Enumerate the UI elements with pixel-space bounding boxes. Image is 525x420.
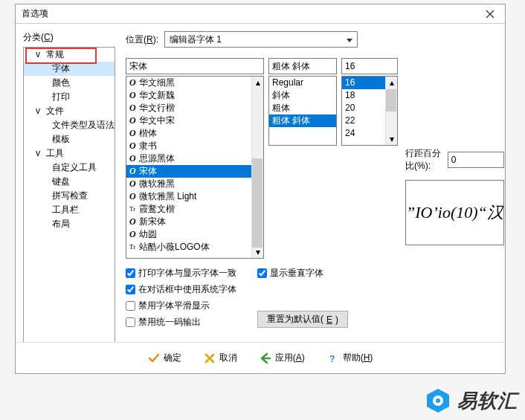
checkbox-no-smooth[interactable]: 禁用字体平滑显示 (126, 299, 236, 312)
check-icon (148, 352, 160, 364)
tree-item[interactable]: v常规 (24, 48, 115, 62)
opentype-icon: O (129, 165, 137, 178)
tree-item-label: 打印 (52, 90, 70, 104)
font-list-item[interactable]: O微软雅黑 (126, 178, 263, 190)
reset-defaults-button[interactable]: 重置为默认值(E) (257, 311, 348, 328)
font-list-item[interactable]: O华文细黑 (126, 77, 263, 89)
font-list-item[interactable]: O华文中宋 (126, 114, 263, 127)
font-picker-area: O华文细黑O华文新魏O华文行楷O华文中宋O楷体O隶书O思源黑体O宋体O微软雅黑O… (126, 58, 398, 259)
tree-item-label: 拼写检查 (52, 189, 88, 203)
tree-item-label: 布局 (52, 217, 70, 231)
main-panel: 位置(R): 编辑器字体 1 O华文细黑O华文新魏O华文行楷O华文中宋O楷体O隶… (115, 24, 515, 373)
preferences-window: 首选项 分类(C) v常规字体颜色打印v文件文件类型及语法模板v工具自定义工具键… (15, 4, 506, 374)
close-button[interactable] (481, 7, 499, 22)
checkbox-vertical-font[interactable]: 显示垂直字体 (257, 266, 348, 280)
truetype-icon: Tr (129, 241, 137, 253)
font-list-item[interactable]: O宋体 (126, 165, 263, 178)
font-name-input[interactable] (126, 58, 264, 74)
font-list-item[interactable]: Tr霞鹜文楷 (126, 203, 263, 216)
dialog-body: 分类(C) v常规字体颜色打印v文件文件类型及语法模板v工具自定义工具键盘拼写检… (16, 24, 505, 373)
font-list-item[interactable]: O微软雅黑 Light (126, 190, 263, 203)
expander-icon: v (36, 48, 45, 62)
tree-item[interactable]: 字体 (24, 62, 115, 76)
dialog-button-row: 确定 取消 应用(A) ? 帮助(H) (16, 342, 505, 373)
style-list-item[interactable]: 粗体 斜体 (269, 114, 336, 127)
font-style-list[interactable]: Regular斜体粗体粗体 斜体 (268, 76, 337, 146)
cancel-button[interactable]: 取消 (199, 349, 242, 367)
sidebar: 分类(C) v常规字体颜色打印v文件文件类型及语法模板v工具自定义工具键盘拼写检… (16, 24, 115, 373)
font-style-input[interactable] (268, 58, 337, 74)
style-list-item[interactable]: Regular (269, 77, 336, 89)
font-list-item[interactable]: O幼圆 (126, 228, 263, 241)
tree-item-label: 颜色 (52, 76, 70, 90)
style-list-item[interactable]: 斜体 (269, 89, 336, 102)
tree-item-label: 键盘 (52, 175, 70, 189)
expander-icon: v (36, 146, 45, 161)
position-combo[interactable]: 编辑器字体 1 (164, 31, 358, 48)
titlebar: 首选项 (16, 4, 505, 24)
tree-item[interactable]: v工具 (24, 146, 115, 161)
checkbox-no-unicode[interactable]: 禁用统一码输出 (126, 315, 236, 329)
tree-item-label: 工具 (46, 146, 64, 161)
help-button[interactable]: ? 帮助(H) (323, 349, 378, 367)
question-icon: ? (327, 352, 339, 364)
apply-button[interactable]: 应用(A) (255, 349, 309, 367)
style-list-item[interactable]: 粗体 (269, 102, 336, 114)
tree-item[interactable]: 拼写检查 (24, 189, 115, 203)
tree-item[interactable]: 文件类型及语法 (24, 118, 115, 132)
svg-point-3 (436, 398, 440, 403)
tree-item-label: 工具栏 (52, 203, 79, 217)
font-size-list[interactable]: 1618202224 ▴ ▾ (341, 76, 398, 146)
tree-item[interactable]: 颜色 (24, 76, 115, 90)
opentype-icon: O (129, 152, 137, 165)
font-list-item[interactable]: O隶书 (126, 140, 263, 152)
checkbox-same-font[interactable]: 打印字体与显示字体一致 (126, 266, 236, 280)
window-title: 首选项 (22, 7, 481, 20)
opentype-icon: O (129, 178, 137, 190)
font-list-item[interactable]: O华文行楷 (126, 102, 263, 114)
tree-item[interactable]: v文件 (24, 104, 115, 118)
tree-item-label: 文件 (46, 104, 64, 118)
close-icon (486, 10, 495, 19)
tree-item-label: 字体 (52, 62, 70, 76)
line-spacing-label: 行距百分比(%): (405, 147, 442, 172)
font-size-input[interactable] (341, 58, 398, 74)
font-list-item[interactable]: O华文新魏 (126, 89, 263, 102)
watermark: 易软汇 (425, 387, 518, 414)
arrow-left-icon (260, 352, 271, 364)
font-list-item[interactable]: O新宋体 (126, 216, 263, 228)
font-list-item[interactable]: Tr站酷小薇LOGO体 (126, 241, 263, 253)
tree-item[interactable]: 工具栏 (24, 203, 115, 217)
opentype-icon: O (129, 228, 137, 241)
opentype-icon: O (129, 140, 137, 152)
watermark-text: 易软汇 (457, 388, 518, 414)
opentype-icon: O (129, 77, 137, 89)
tree-item-label: 模板 (52, 132, 70, 146)
tree-item-label: 常规 (46, 48, 64, 62)
font-list[interactable]: O华文细黑O华文新魏O华文行楷O华文中宋O楷体O隶书O思源黑体O宋体O微软雅黑O… (126, 76, 264, 259)
svg-text:?: ? (329, 354, 335, 364)
font-list-item[interactable]: O楷体 (126, 127, 263, 140)
opentype-icon: O (129, 89, 137, 102)
tree-item[interactable]: 键盘 (24, 175, 115, 189)
opentype-icon: O (129, 190, 137, 203)
size-list-scrollbar[interactable]: ▴ ▾ (385, 77, 397, 145)
line-spacing-input[interactable] (448, 152, 504, 168)
tree-item[interactable]: 自定义工具 (24, 161, 115, 175)
truetype-icon: Tr (129, 203, 137, 216)
x-icon (204, 352, 216, 364)
opentype-icon: O (129, 102, 137, 114)
category-tree[interactable]: v常规字体颜色打印v文件文件类型及语法模板v工具自定义工具键盘拼写检查工具栏布局 (23, 47, 115, 366)
tree-item[interactable]: 打印 (24, 90, 115, 104)
tree-item-label: 自定义工具 (52, 161, 97, 175)
checkbox-system-font[interactable]: 在对话框中使用系统字体 (126, 282, 236, 296)
watermark-icon (425, 387, 451, 414)
font-list-item[interactable]: O思源黑体 (126, 152, 263, 165)
opentype-icon: O (129, 216, 137, 228)
font-list-scrollbar[interactable]: ▴ ▾ (251, 77, 263, 258)
tree-item-label: 文件类型及语法 (52, 118, 115, 132)
tree-item[interactable]: 模板 (24, 132, 115, 146)
tree-item[interactable]: 布局 (24, 217, 115, 231)
ok-button[interactable]: 确定 (144, 349, 186, 367)
expander-icon: v (36, 104, 45, 118)
